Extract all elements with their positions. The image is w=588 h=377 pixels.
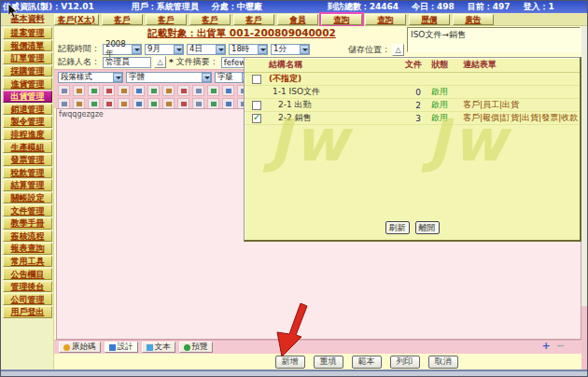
expand-editor-icon[interactable]: +: [542, 342, 551, 351]
sidebar-item[interactable]: 稅款管理: [3, 167, 52, 179]
tab-source[interactable]: 原始碼: [59, 342, 101, 353]
sidebar-item[interactable]: 常用工具: [3, 256, 52, 268]
menu-button[interactable]: 客戶: [189, 14, 231, 25]
sidebar-item[interactable]: 發票管理: [3, 154, 52, 166]
insert-column-icon[interactable]: [88, 98, 100, 109]
flash-icon[interactable]: [133, 98, 145, 109]
cut-icon[interactable]: [58, 85, 70, 96]
collapse-editor-icon[interactable]: −: [556, 342, 565, 351]
textbox-icon[interactable]: [162, 98, 175, 109]
time-select[interactable]: 4日: [187, 44, 226, 55]
save-location-picker-button[interactable]: △: [392, 44, 404, 56]
insert-row-icon[interactable]: [73, 98, 85, 109]
sidebar-item[interactable]: 管理後台: [3, 281, 52, 293]
menu-button[interactable]: 查詢: [321, 14, 362, 25]
format-brush-icon[interactable]: [147, 85, 160, 96]
save-location-listbox[interactable]: ISO文件→銷售: [407, 27, 581, 52]
menu-button[interactable]: 客戶(X太): [54, 14, 99, 25]
table-icon[interactable]: [58, 98, 70, 109]
time-select[interactable]: 18時: [229, 44, 268, 55]
form-field-icon[interactable]: [177, 98, 189, 109]
structure-row[interactable]: (不指定): [245, 73, 580, 86]
sidebar-item[interactable]: 公司管理: [3, 293, 52, 305]
sidebar-item[interactable]: 進貨管理: [3, 77, 52, 90]
horizontal-rule-icon[interactable]: [192, 98, 204, 109]
close-button[interactable]: 離開: [415, 221, 440, 234]
chevron-down-icon[interactable]: [216, 45, 225, 54]
page-break-icon[interactable]: [207, 98, 219, 109]
merge-cell-icon[interactable]: [103, 98, 115, 109]
sidebar-item[interactable]: 用戶登出: [3, 306, 52, 318]
font-family-select[interactable]: 字體: [126, 72, 212, 83]
record-person-input[interactable]: [103, 57, 151, 68]
menu-button[interactable]: 會員: [277, 14, 318, 25]
time-select[interactable]: 1分: [271, 44, 310, 55]
paste-word-icon[interactable]: [103, 85, 115, 96]
sidebar-item[interactable]: 提案管理: [3, 27, 52, 39]
app-window: 佳威資訊(製)：V12.01 用戶：系統管理員 分處：中壢廠 到訪總數：2446…: [0, 0, 588, 377]
chevron-down-icon[interactable]: [258, 45, 267, 54]
sidebar-item[interactable]: 排程進度: [3, 129, 52, 141]
refresh-button[interactable]: 刷新: [385, 221, 410, 234]
menu-button[interactable]: 客戶: [146, 14, 187, 25]
sidebar-item[interactable]: 文件管理: [3, 204, 52, 216]
sidebar-item[interactable]: 教學手冊: [3, 217, 52, 230]
ordered-list-icon[interactable]: [222, 85, 234, 96]
home-menu-label[interactable]: 基本資料: [1, 13, 54, 25]
select-all-icon[interactable]: [207, 85, 219, 96]
menu-button[interactable]: 客戶: [102, 14, 143, 25]
sidebar-item[interactable]: 銷退管理: [3, 104, 52, 116]
chevron-down-icon[interactable]: [202, 73, 211, 82]
menu-button[interactable]: 歷價: [409, 14, 450, 25]
structure-row[interactable]: 2-2 銷售 3 啟用 客戶|報價|訂貨|出貨|發票|收款: [245, 112, 580, 125]
row-checkbox[interactable]: [252, 75, 261, 84]
menu-button[interactable]: 客戶: [233, 14, 274, 25]
sidebar-item[interactable]: 出貨管理: [3, 91, 52, 103]
row-checkbox[interactable]: [252, 101, 261, 110]
undo-icon[interactable]: [162, 85, 175, 96]
sidebar-item[interactable]: 簽核流程: [3, 230, 52, 243]
chevron-down-icon[interactable]: [113, 73, 122, 82]
structure-row[interactable]: 1-1 ISO文件 0 啟用: [245, 86, 580, 99]
row-checkbox-checked[interactable]: [252, 114, 261, 123]
sidebar-item[interactable]: 公告欄目: [3, 268, 52, 280]
paste-icon[interactable]: [88, 85, 100, 96]
action-button[interactable]: 新增: [275, 356, 305, 369]
person-picker-button[interactable]: △: [154, 56, 166, 68]
time-select[interactable]: 2008年: [103, 44, 142, 55]
action-button[interactable]: 重填: [314, 356, 343, 369]
action-button[interactable]: 範本: [352, 356, 382, 369]
sidebar-item[interactable]: 結算管理: [3, 179, 52, 191]
tab-preview[interactable]: 預覽: [179, 342, 213, 353]
chevron-down-icon[interactable]: [132, 45, 141, 54]
link-icon[interactable]: [222, 98, 234, 109]
menu-button[interactable]: 廣告: [453, 14, 494, 25]
editor-mode-tabs: 原始碼設計文本預覽: [54, 340, 588, 354]
sidebar-item[interactable]: 關帳設定: [3, 192, 52, 204]
delete-icon[interactable]: [133, 85, 145, 96]
media-icon[interactable]: [147, 98, 160, 109]
redo-icon[interactable]: [177, 85, 189, 96]
sidebar-item[interactable]: 採購管理: [3, 65, 52, 77]
scroll-region[interactable]: [581, 306, 588, 370]
chevron-down-icon[interactable]: [174, 45, 183, 54]
copy-icon[interactable]: [73, 85, 85, 96]
time-select[interactable]: 9月: [145, 44, 184, 55]
find-icon[interactable]: [118, 85, 130, 96]
action-button[interactable]: 列印: [390, 356, 420, 369]
tab-text[interactable]: 文本: [142, 342, 175, 353]
paragraph-style-select[interactable]: 段落樣式: [58, 72, 123, 83]
structure-row[interactable]: 2-1 出勤 2 啟用 客戶|員工|出貨: [245, 99, 580, 112]
footer-action-bar: 新增重填範本列印取消: [54, 354, 588, 370]
sidebar-item[interactable]: 訂單管理: [3, 52, 52, 64]
action-button[interactable]: 取消: [428, 356, 458, 369]
menu-button[interactable]: 查詢: [365, 14, 406, 25]
sidebar-item[interactable]: 報價清單: [3, 40, 52, 52]
sidebar-item[interactable]: 報表查詢: [3, 243, 52, 255]
tab-design[interactable]: 設計: [105, 342, 138, 353]
select-icon[interactable]: [192, 85, 204, 96]
chevron-down-icon[interactable]: [300, 45, 309, 54]
image-icon[interactable]: [118, 98, 130, 109]
sidebar-item[interactable]: 生產模組: [3, 141, 52, 153]
sidebar-item[interactable]: 製令管理: [3, 116, 52, 128]
